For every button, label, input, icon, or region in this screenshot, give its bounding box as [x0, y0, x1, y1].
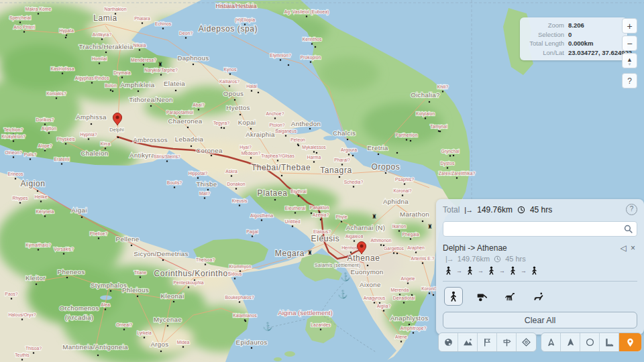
toolbar-flag-button[interactable]	[478, 333, 497, 351]
map-label: Phyle	[335, 215, 347, 220]
walk-icon	[466, 266, 474, 275]
map-label: Chaeronea	[168, 117, 202, 125]
settlement-dot	[341, 221, 342, 222]
toolbar-globe-button[interactable]	[439, 333, 458, 351]
map-label: Phegaia	[402, 232, 419, 237]
map-label: Atene	[395, 335, 407, 339]
total-label: Total	[443, 205, 460, 215]
panel-help-icon[interactable]: ?	[626, 204, 637, 215]
settlement-dot	[239, 204, 240, 206]
mode-walk-button[interactable]	[444, 287, 463, 306]
tools-toolbar	[541, 333, 642, 352]
map-label: Boulis?	[167, 180, 182, 185]
map-label: Paos?	[5, 292, 17, 296]
settlement-dot	[352, 155, 354, 156]
mode-cart-button[interactable]	[472, 287, 491, 306]
toolbar-locate-button[interactable]	[561, 333, 580, 351]
selection-label: Selection	[525, 30, 564, 40]
map-label: Anthedon	[291, 120, 321, 127]
map-label: Ptoion?	[269, 123, 284, 127]
toolbar-circle-button[interactable]	[580, 333, 600, 351]
map-label: Narthakion	[105, 7, 127, 11]
settlement-dot	[19, 21, 21, 23]
toolbar-terrain-button[interactable]	[458, 333, 478, 351]
map-label: (Arcadia)	[65, 314, 93, 321]
map-label: Boukephalos?	[225, 295, 254, 300]
search-icon[interactable]	[623, 224, 633, 234]
map-label: Aiglia?	[377, 304, 391, 309]
map-label: Vorsakis?	[54, 247, 74, 251]
toolbar-waypoint-button[interactable]	[517, 333, 536, 351]
settlement-dot	[138, 90, 139, 92]
map-label: Erythrai	[290, 189, 307, 194]
map-label: Aidepsos (spa)	[199, 24, 258, 34]
selection-value: 0	[568, 30, 572, 40]
map-label: Aixone	[360, 281, 381, 288]
map-label: Oropos	[372, 162, 400, 172]
map-label: Salamis (settlement)	[315, 262, 361, 268]
zoom-in-button[interactable]: +	[622, 18, 637, 34]
map-label: Teuthis	[15, 353, 30, 357]
map-label: Halous/Oryx?	[8, 312, 36, 318]
toolbar-pin-button[interactable]	[619, 333, 641, 351]
map-label: Schedia?	[344, 180, 364, 184]
leg-arrow-icon: →	[521, 267, 527, 274]
mode-rider-button[interactable]	[529, 287, 547, 306]
settlement-dot	[91, 82, 93, 83]
settlement-dot	[40, 200, 42, 202]
settlement-dot	[65, 37, 66, 38]
settlement-dot	[44, 149, 46, 151]
total-distance: 149.76km	[477, 205, 513, 215]
toolbar-ruler-button[interactable]	[600, 333, 619, 351]
map-label: Megara	[275, 249, 305, 258]
settlement-dot	[62, 72, 63, 74]
settlement-dot	[211, 155, 212, 156]
map-label: Khili?	[437, 84, 449, 89]
map-label: Spercheiai	[9, 15, 32, 21]
map-label: Alope?	[38, 143, 52, 149]
map-label: Elateia	[164, 80, 185, 87]
settlement-dot	[37, 190, 38, 192]
map-label: Araphen	[407, 245, 425, 251]
mode-horse-button[interactable]	[500, 287, 519, 306]
map-label: Hyai?	[239, 145, 252, 150]
settlement-dot	[198, 109, 199, 110]
map-label: Aphidna	[383, 198, 409, 205]
map-label: Donakon	[227, 182, 245, 186]
panel-divider	[443, 281, 637, 282]
route-title: Delphi -> Athenae	[443, 243, 507, 253]
help-button[interactable]: ?	[622, 73, 637, 88]
settlement-dot	[81, 217, 83, 218]
settlement-dot	[11, 298, 12, 299]
settlement-dot	[174, 186, 175, 188]
toolbar-cursor-button[interactable]	[541, 333, 561, 351]
harbor-anchor-icon: ⚓	[338, 289, 348, 299]
rider-icon	[533, 291, 543, 302]
layers-toolbar	[438, 333, 537, 352]
compass-button[interactable]: ▲▼	[622, 53, 637, 68]
settlement-dot	[137, 296, 138, 297]
settlement-dot	[48, 132, 50, 133]
search-input[interactable]	[443, 221, 637, 237]
map-label: Koroni?	[421, 286, 437, 291]
settlement-dot	[277, 160, 278, 161]
settlement-dot	[398, 230, 400, 231]
toolbar-signpost-button[interactable]	[497, 333, 517, 351]
settlement-dot	[139, 49, 140, 50]
route-back-button[interactable]: ◁	[619, 243, 629, 253]
route-close-button[interactable]: ×	[629, 243, 637, 253]
settlement-dot	[191, 145, 192, 147]
map-label: Delphi	[109, 127, 124, 133]
clear-all-button[interactable]: Clear All	[443, 312, 637, 328]
zoom-out-button[interactable]: −	[622, 36, 637, 51]
map-label: Parapotamioi	[166, 110, 194, 115]
settlement-dot	[160, 351, 162, 352]
clock-icon	[517, 206, 525, 214]
map-label: Dystos	[441, 161, 455, 166]
settlement-dot	[288, 64, 289, 66]
map-label: Pheneos	[58, 268, 85, 276]
settlement-dot	[234, 278, 235, 279]
route-totals-header: Total |→ 149.76km 45 hrs ?	[443, 204, 637, 215]
ruler-icon	[604, 337, 614, 347]
settlement-dot	[316, 152, 317, 154]
